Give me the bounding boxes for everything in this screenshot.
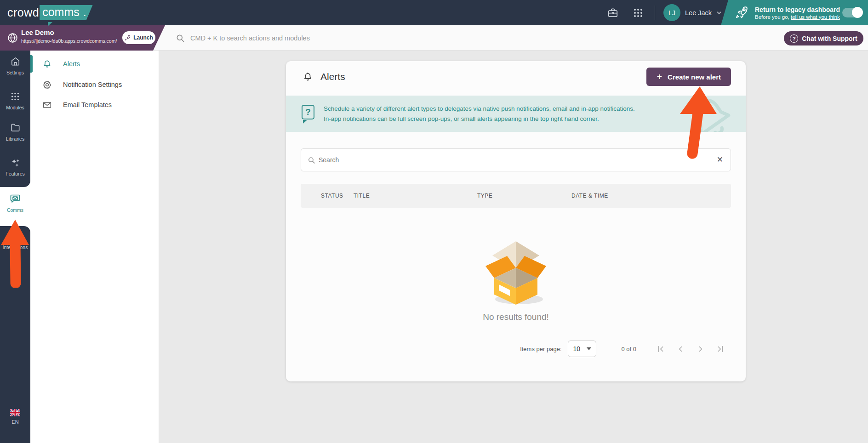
- subnav-item-alerts[interactable]: Alerts: [30, 54, 159, 74]
- page-title: Alerts: [320, 71, 345, 82]
- empty-box-illustration: [481, 236, 550, 305]
- info-banner-text: Schedule a variety of different alert ty…: [324, 104, 635, 124]
- rocket-icon: [735, 5, 749, 21]
- question-bubble-icon: ?: [302, 105, 314, 119]
- global-search[interactable]: CMD + K to search actions and modules: [176, 25, 310, 51]
- legacy-toggle-knob: [852, 7, 863, 18]
- sidebar-item-comms[interactable]: Comms: [0, 193, 30, 213]
- legacy-toggle[interactable]: [842, 8, 862, 17]
- topbar-icons: [607, 0, 644, 25]
- uk-flag-icon[interactable]: [10, 409, 20, 418]
- alerts-search-input[interactable]: [319, 149, 705, 171]
- app-context-panel: Lee Demo https://ljdemo-fda0b.apps.crowd…: [0, 25, 166, 51]
- comms-icon: [10, 193, 21, 204]
- pagination: Items per page: 10 0 of 0: [520, 341, 725, 357]
- info-banner: ? Schedule a variety of different alert …: [286, 96, 746, 132]
- column-header-datetime: DATE & TIME: [571, 193, 731, 199]
- annotation-arrow-comms: [0, 218, 32, 288]
- topbar-divider: [655, 6, 655, 20]
- question-bubble-tail: [303, 120, 307, 124]
- info-line-1: Schedule a variety of different alert ty…: [324, 104, 635, 114]
- plus-icon: +: [657, 72, 662, 81]
- empty-state-text: No results found!: [286, 312, 746, 322]
- logo-text-crowd: crowd: [7, 6, 39, 19]
- user-menu[interactable]: Lee Jack: [685, 0, 722, 25]
- global-search-placeholder: CMD + K to search actions and modules: [190, 34, 310, 42]
- items-per-page-label: Items per page:: [520, 346, 561, 352]
- next-page-icon[interactable]: [696, 345, 705, 353]
- annotation-arrow-create-alert: [677, 85, 720, 159]
- chat-with-support-button[interactable]: ? Chat with Support: [784, 31, 863, 45]
- alerts-card: Alerts + Create new alert ? Schedule a v…: [286, 61, 746, 381]
- search-icon: [176, 34, 185, 43]
- app-name: Lee Demo: [21, 28, 54, 36]
- chevron-down-icon: [716, 10, 722, 16]
- column-header-type: TYPE: [477, 193, 571, 199]
- gear-icon: [42, 80, 52, 90]
- support-question-icon: ?: [790, 34, 798, 43]
- pagination-controls: [657, 345, 725, 353]
- page-size-select[interactable]: 10: [568, 341, 596, 357]
- subnav-item-notification-settings[interactable]: Notification Settings: [30, 74, 159, 95]
- launch-rocket-icon: [125, 34, 131, 41]
- feedback-link[interactable]: tell us what you think: [791, 14, 840, 20]
- grid-icon: [10, 91, 20, 102]
- sidebar-item-features[interactable]: Features: [0, 157, 30, 176]
- alerts-bell-icon: [303, 72, 313, 82]
- crowdcomms-logo[interactable]: crowd comms.: [7, 5, 93, 20]
- column-header-status: STATUS: [321, 193, 354, 199]
- app-grid-icon[interactable]: [633, 7, 644, 18]
- sidebar-item-modules[interactable]: Modules: [0, 91, 30, 110]
- user-avatar[interactable]: LJ: [663, 4, 680, 21]
- screen: crowd comms. LJ Lee J: [0, 0, 868, 443]
- table-header-row: STATUS TITLE TYPE DATE & TIME: [301, 184, 731, 208]
- bell-icon: [42, 59, 52, 69]
- logo-bubble: comms.: [40, 5, 93, 20]
- envelope-icon: [42, 100, 52, 110]
- subnav-item-email-templates[interactable]: Email Templates: [30, 95, 159, 115]
- previous-page-icon[interactable]: [676, 345, 685, 353]
- language-label[interactable]: EN: [0, 419, 30, 425]
- globe-icon: [7, 32, 18, 45]
- app-bar: CMD + K to search actions and modules ? …: [0, 25, 868, 51]
- comms-subnav: Alerts Notification Settings Email Templ…: [30, 51, 159, 443]
- legacy-banner: Return to legacy dashboard Before you go…: [717, 0, 868, 25]
- create-new-alert-button[interactable]: + Create new alert: [646, 68, 731, 86]
- select-caret-icon: [587, 347, 591, 350]
- sparkles-icon: [10, 157, 21, 168]
- legacy-text: Return to legacy dashboard Before you go…: [755, 6, 840, 20]
- sidebar-item-settings[interactable]: Settings: [0, 56, 30, 75]
- briefcase-icon[interactable]: [607, 7, 619, 19]
- top-bar: crowd comms. LJ Lee J: [0, 0, 868, 25]
- logo-bubble-tail: [48, 22, 52, 26]
- info-line-2: In-app notifications can be full screen …: [324, 114, 635, 124]
- folder-icon: [10, 122, 21, 133]
- page-range-label: 0 of 0: [621, 346, 636, 352]
- home-icon: [10, 56, 21, 67]
- search-icon: [308, 156, 315, 166]
- sidebar-item-libraries[interactable]: Libraries: [0, 122, 30, 142]
- empty-state: No results found!: [286, 236, 746, 322]
- card-header: Alerts: [303, 71, 345, 82]
- launch-button[interactable]: Launch: [122, 31, 155, 44]
- legacy-title: Return to legacy dashboard: [755, 6, 840, 13]
- first-page-icon[interactable]: [657, 345, 665, 353]
- column-header-title: TITLE: [354, 193, 477, 199]
- app-url[interactable]: https://ljdemo-fda0b.apps.crowdcomms.com…: [21, 38, 117, 44]
- user-name-label: Lee Jack: [685, 9, 712, 17]
- legacy-subtitle: Before you go, tell us what you think: [755, 14, 840, 20]
- last-page-icon[interactable]: [716, 345, 725, 353]
- alerts-search-box: ✕: [301, 148, 731, 171]
